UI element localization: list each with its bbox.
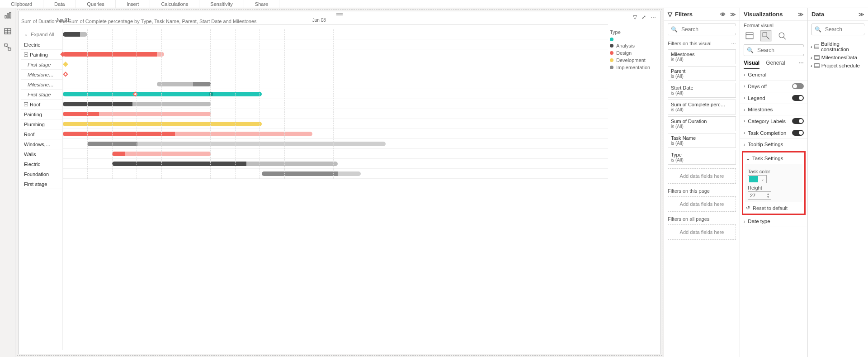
task-bar-segment[interactable] bbox=[193, 82, 211, 86]
task-bar-segment[interactable] bbox=[63, 32, 80, 37]
model-view-icon[interactable] bbox=[4, 43, 11, 52]
task-bar-segment[interactable] bbox=[175, 132, 312, 136]
collapse-icon[interactable] bbox=[24, 52, 28, 57]
drag-grip-icon[interactable] bbox=[336, 13, 343, 16]
task-bar-segment[interactable] bbox=[262, 171, 338, 176]
legend-item[interactable] bbox=[610, 38, 655, 41]
filter-card[interactable]: Task Nameis (All) bbox=[668, 133, 736, 148]
task-row-label[interactable]: Milestone… bbox=[21, 70, 62, 80]
task-bar-segment[interactable] bbox=[137, 142, 386, 146]
task-row-label[interactable]: Painting bbox=[21, 109, 62, 119]
task-bar-segment[interactable] bbox=[63, 132, 175, 136]
task-bar-segment[interactable] bbox=[80, 32, 87, 37]
task-row-label[interactable]: Walls bbox=[21, 149, 62, 159]
stepper-icon[interactable]: ▴▾ bbox=[767, 192, 769, 199]
height-input[interactable]: 27 ▴▾ bbox=[748, 191, 771, 200]
task-bar-segment[interactable] bbox=[63, 92, 262, 96]
gantt-chart[interactable]: Jun 01Jun 08 Type AnalysisDesignDevelopm… bbox=[63, 29, 658, 350]
collapse-pane-icon[interactable]: ≫ bbox=[859, 11, 864, 18]
format-property-row[interactable]: ›Milestones bbox=[740, 104, 807, 115]
filter-card[interactable]: Milestonesis (All) bbox=[668, 49, 736, 64]
eye-icon[interactable]: 👁 bbox=[720, 11, 726, 18]
task-bar-segment[interactable] bbox=[112, 162, 247, 166]
task-row-label[interactable]: First stage bbox=[21, 179, 62, 189]
data-search[interactable]: 🔍 bbox=[811, 24, 864, 35]
gantt-visual[interactable]: ▽ ⤢ ⋯ Sum of Duration and Sum of Complet… bbox=[18, 11, 661, 354]
collapse-pane-icon[interactable]: ≫ bbox=[798, 11, 804, 18]
task-row-label[interactable]: First stage bbox=[21, 90, 62, 100]
table-view-icon[interactable] bbox=[4, 28, 11, 36]
milestone-marker[interactable] bbox=[63, 71, 68, 76]
data-table-row[interactable]: ›Building construction bbox=[811, 40, 865, 53]
report-view-icon[interactable] bbox=[4, 12, 11, 20]
add-filter-page[interactable]: Add data fields here bbox=[668, 196, 736, 212]
tab-general[interactable]: General bbox=[766, 58, 785, 69]
add-filter-visual[interactable]: Add data fields here bbox=[668, 168, 736, 184]
filter-card[interactable]: Sum of Durationis (All) bbox=[668, 116, 736, 131]
task-row-label[interactable]: Roof bbox=[21, 129, 62, 139]
milestone-marker[interactable] bbox=[209, 92, 213, 96]
legend-item[interactable]: Analysis bbox=[610, 43, 655, 48]
filter-card[interactable]: Typeis (All) bbox=[668, 150, 736, 165]
more-options-icon[interactable]: ⋯ bbox=[651, 14, 656, 20]
task-row-label[interactable]: Electric bbox=[21, 40, 62, 50]
data-table-row[interactable]: ›MilestonesData bbox=[811, 53, 865, 62]
add-filter-all[interactable]: Add data fields here bbox=[668, 224, 736, 240]
legend-item[interactable]: Implementation bbox=[610, 65, 655, 70]
format-property-row[interactable]: ›Tooltip Settings bbox=[740, 139, 807, 150]
filter-card[interactable]: Start Dateis (All) bbox=[668, 83, 736, 98]
ribbon-tab[interactable]: Insert bbox=[116, 0, 151, 8]
data-table-row[interactable]: ›Project schedule bbox=[811, 62, 865, 70]
task-bar-segment[interactable] bbox=[63, 102, 132, 106]
format-property-row[interactable]: ›General bbox=[740, 69, 807, 81]
prop-date-type[interactable]: ›Date type bbox=[740, 216, 807, 227]
task-row-label[interactable]: Roof bbox=[21, 100, 62, 109]
milestone-marker[interactable] bbox=[63, 62, 68, 67]
ribbon-tab[interactable]: Queries bbox=[76, 0, 116, 8]
filters-search[interactable]: 🔍 bbox=[668, 24, 736, 35]
task-bar-segment[interactable] bbox=[63, 52, 157, 57]
data-search-input[interactable] bbox=[824, 26, 868, 33]
report-canvas[interactable]: ▽ ⤢ ⋯ Sum of Duration and Sum of Complet… bbox=[15, 8, 664, 357]
format-property-row[interactable]: ›Days off bbox=[740, 81, 807, 92]
task-row-label[interactable]: Plumbing bbox=[21, 119, 62, 129]
tab-visual[interactable]: Visual bbox=[744, 58, 760, 69]
task-color-picker[interactable]: ⌄ bbox=[748, 175, 767, 183]
format-property-row[interactable]: ›Legend bbox=[740, 92, 807, 104]
task-bar-segment[interactable] bbox=[157, 82, 193, 86]
ribbon-tab[interactable]: Sensitivity bbox=[199, 0, 244, 8]
toggle[interactable] bbox=[792, 95, 804, 101]
ribbon-tab[interactable]: Data bbox=[43, 0, 76, 8]
build-visual-mode[interactable] bbox=[744, 30, 755, 42]
task-row-label[interactable]: Milestone… bbox=[21, 80, 62, 90]
task-row-label[interactable]: Electric bbox=[21, 159, 62, 169]
analytics-mode[interactable] bbox=[776, 30, 788, 42]
filter-card[interactable]: Parentis (All) bbox=[668, 66, 736, 81]
task-row-label[interactable]: Painting bbox=[21, 50, 62, 60]
filter-icon[interactable]: ▽ bbox=[633, 14, 637, 20]
task-bar-segment[interactable] bbox=[132, 102, 211, 106]
ribbon-tab[interactable]: Share bbox=[244, 0, 279, 8]
task-row-label[interactable]: Windows,… bbox=[21, 139, 62, 149]
task-bar-segment[interactable] bbox=[112, 152, 125, 156]
task-bar-segment[interactable] bbox=[63, 122, 262, 126]
task-bar-segment[interactable] bbox=[125, 152, 211, 156]
format-property-row[interactable]: ›Category Labels bbox=[740, 115, 807, 127]
task-bar-segment[interactable] bbox=[157, 52, 164, 57]
toggle[interactable] bbox=[792, 118, 804, 124]
more-icon[interactable]: ⋯ bbox=[798, 58, 804, 69]
more-icon[interactable]: ⋯ bbox=[731, 41, 736, 47]
expand-all-button[interactable]: ⌄ Expand All bbox=[21, 29, 62, 40]
collapse-icon[interactable] bbox=[24, 102, 28, 106]
ribbon-tab[interactable]: Clipboard bbox=[0, 0, 43, 8]
toggle[interactable] bbox=[792, 83, 804, 89]
task-row-label[interactable]: First stage bbox=[21, 60, 62, 70]
toggle[interactable] bbox=[792, 130, 804, 136]
focus-mode-icon[interactable]: ⤢ bbox=[642, 14, 646, 20]
format-visual-mode[interactable] bbox=[760, 30, 772, 42]
format-property-row[interactable]: ›Task Completion bbox=[740, 127, 807, 139]
task-bar-segment[interactable] bbox=[63, 112, 99, 116]
collapse-pane-icon[interactable]: ≫ bbox=[730, 11, 736, 18]
legend-item[interactable]: Design bbox=[610, 50, 655, 56]
task-bar-segment[interactable] bbox=[99, 112, 211, 116]
